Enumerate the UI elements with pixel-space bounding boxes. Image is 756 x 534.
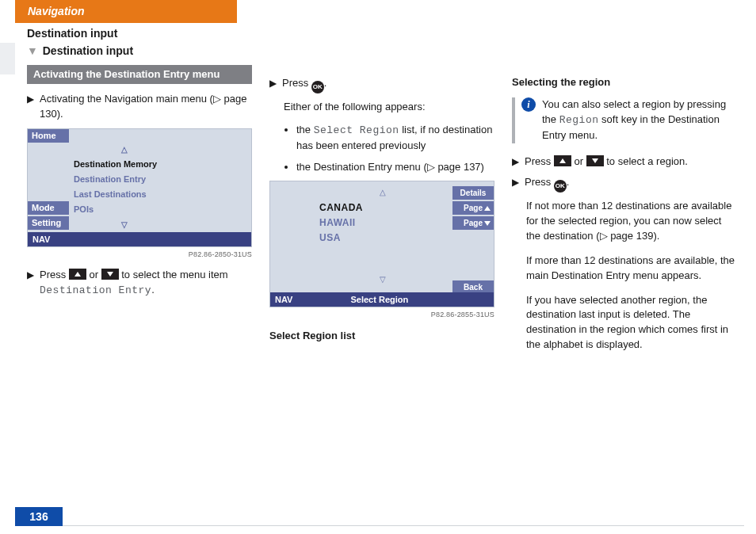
ok-button-icon: OK xyxy=(311,81,324,93)
bullet-item: the Select Region list, if no destinatio… xyxy=(296,123,494,154)
content-columns: Destination input ▼ Destination input Ac… xyxy=(27,27,756,362)
column-2: ▶ Press OK. Either of the following appe… xyxy=(269,27,494,362)
paragraph: If you have selected another region, the… xyxy=(526,293,737,353)
up-key-icon xyxy=(554,155,571,166)
step-text: Press OK. xyxy=(525,175,737,193)
scr2-right-softkeys: Details Page Page Back xyxy=(452,186,494,296)
step-marker-icon: ▶ xyxy=(512,175,525,193)
pageref-icon: ▷ xyxy=(427,161,435,173)
paragraph: If more than 12 destinations are availab… xyxy=(526,254,737,284)
page-number: 136 xyxy=(15,507,63,526)
scroll-up-icon: △ xyxy=(121,142,157,157)
page-title-text: Destination input xyxy=(43,44,133,57)
softkey-setting: Setting xyxy=(28,216,69,230)
image-id: P82.86-2855-31US xyxy=(269,311,494,318)
ui-term: Region xyxy=(559,114,599,126)
column-3: Selecting the region i You can also sele… xyxy=(512,27,737,362)
step-marker-icon: ▶ xyxy=(27,268,40,299)
section-heading: Destination input xyxy=(27,27,252,40)
navbar-title: Select Region xyxy=(350,295,408,304)
ui-term: Destination Entry xyxy=(40,284,151,296)
nav-screenshot-1: Home Mode Setting △ Destination Memory D… xyxy=(27,128,252,247)
step-text: Activating the Navigation main menu (▷ p… xyxy=(40,92,252,122)
footer-rule xyxy=(63,525,744,526)
manual-page: Navigation Destination input ▼ Destinati… xyxy=(0,0,756,534)
softkey-home: Home xyxy=(28,129,69,143)
nav-screenshot-2: △ CANADA HAWAII USA ▽ Details Page Page … xyxy=(269,181,494,307)
pageref-icon: ▷ xyxy=(600,230,608,242)
info-icon: i xyxy=(521,97,536,112)
down-key-icon xyxy=(586,155,604,166)
scr1-sidebar: Home Mode Setting xyxy=(28,129,69,231)
info-text: You can also select a region by pressing… xyxy=(542,97,737,143)
scroll-down-icon: ▽ xyxy=(121,217,157,232)
ui-term: Select Region xyxy=(314,124,399,136)
scr1-navbar: NAV xyxy=(28,232,251,246)
info-note: i You can also select a region by pressi… xyxy=(512,97,737,143)
menu-item: Destination Entry xyxy=(74,172,157,187)
softkey-mode: Mode xyxy=(28,201,69,215)
menu-item: Last Destinations xyxy=(74,187,157,202)
subsection-heading: Selecting the region xyxy=(512,76,737,88)
scr2-navbar: NAV Select Region xyxy=(270,292,494,307)
menu-item: Destination Memory xyxy=(74,157,157,172)
column-1: Destination input ▼ Destination input Ac… xyxy=(27,27,252,362)
menu-item: POIs xyxy=(74,202,157,217)
ok-button-icon: OK xyxy=(554,180,567,193)
softkey-page-up: Page xyxy=(452,201,494,215)
step-text: Press or to select the menu item Destina… xyxy=(40,268,252,299)
softkey-details: Details xyxy=(452,186,494,200)
figure-caption: Select Region list xyxy=(269,330,494,341)
bullet-item: the Destination Entry menu (▷ page 137) xyxy=(296,160,494,175)
down-key-icon xyxy=(101,269,119,280)
step-marker-icon: ▶ xyxy=(27,92,40,122)
step-text: Press or to select a region. xyxy=(525,154,737,170)
list-item: CANADA xyxy=(319,200,363,216)
body-text: Either of the following appears: xyxy=(284,100,494,115)
triangle-down-icon: ▼ xyxy=(27,44,38,57)
step-text: Press OK. xyxy=(282,76,494,93)
step-marker-icon: ▶ xyxy=(269,76,282,93)
paragraph: If not more than 12 destinations are ava… xyxy=(526,199,737,244)
subsection-header: Activating the Destination Entry menu xyxy=(27,65,252,84)
scr2-list: CANADA HAWAII USA xyxy=(319,200,363,246)
scroll-down-icon: ▽ xyxy=(380,275,386,284)
up-key-icon xyxy=(69,269,86,280)
chapter-header: Navigation xyxy=(15,0,237,23)
page-title: ▼ Destination input xyxy=(27,44,252,57)
softkey-page-down: Page xyxy=(452,216,494,230)
list-item: USA xyxy=(319,231,363,246)
scr1-menu: △ Destination Memory Destination Entry L… xyxy=(74,142,157,232)
image-id: P82.86-2850-31US xyxy=(27,250,252,258)
list-item: HAWAII xyxy=(319,216,363,231)
left-accent xyxy=(0,43,15,74)
scroll-up-icon: △ xyxy=(380,188,386,196)
pageref-icon: ▷ xyxy=(213,93,221,105)
step-marker-icon: ▶ xyxy=(512,154,525,170)
